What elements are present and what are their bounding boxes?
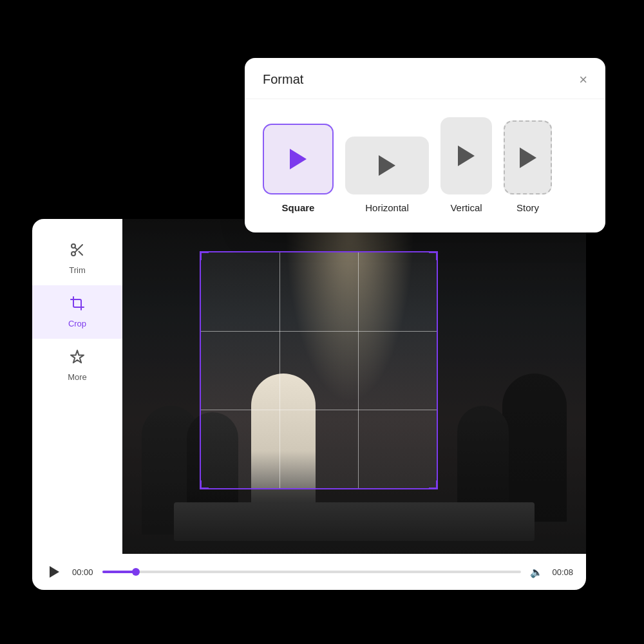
crop-box[interactable] [200, 251, 438, 489]
progress-fill [102, 571, 136, 573]
format-label-vertical: Vertical [450, 202, 482, 213]
crop-handle-bl[interactable] [200, 480, 209, 489]
play-icon-vertical [458, 146, 475, 166]
video-area [122, 219, 586, 554]
format-option-horizontal[interactable]: Horizontal [345, 137, 429, 213]
crop-overlay-bottom [122, 489, 586, 554]
format-close-button[interactable]: × [579, 73, 587, 87]
format-header: Format × [245, 58, 605, 99]
format-options: Square Horizontal Vertical [245, 99, 605, 213]
sidebar-item-crop-label: Crop [68, 319, 86, 328]
play-icon-square [290, 149, 307, 169]
current-time: 00:00 [72, 567, 93, 577]
progress-bar[interactable] [102, 571, 522, 573]
svg-line-3 [79, 251, 82, 255]
format-icon-box-square [263, 124, 334, 194]
format-option-square[interactable]: Square [263, 124, 334, 213]
svg-line-4 [75, 247, 77, 250]
play-icon [50, 566, 59, 578]
format-title: Format [263, 72, 303, 87]
crop-grid-h1 [201, 331, 437, 332]
crop-grid-h2 [201, 410, 437, 410]
crop-grid-v1 [279, 252, 280, 488]
video-controls: 00:00 🔈 00:08 [32, 554, 586, 590]
format-option-vertical[interactable]: Vertical [440, 117, 492, 213]
format-panel: Format × Square Horizontal [245, 58, 605, 232]
volume-icon[interactable]: 🔈 [530, 566, 543, 578]
format-icon-box-vertical [440, 117, 492, 194]
play-icon-story [520, 147, 536, 168]
scissors-icon [70, 242, 85, 261]
crop-handle-br[interactable] [429, 480, 438, 489]
video-editor: Trim Crop [32, 219, 586, 590]
editor-sidebar: Trim Crop [32, 219, 122, 554]
crop-handle-tr[interactable] [429, 251, 438, 260]
sidebar-item-trim[interactable]: Trim [32, 232, 122, 285]
sidebar-item-more-label: More [68, 372, 87, 382]
sidebar-item-trim-label: Trim [69, 265, 86, 275]
crop-icon [70, 296, 85, 315]
crop-overlay-right [438, 251, 586, 489]
format-icon-box-horizontal [345, 137, 429, 194]
sidebar-item-more[interactable]: More [32, 339, 122, 392]
end-time: 00:08 [552, 567, 573, 577]
sparkle-icon [70, 349, 85, 368]
format-label-horizontal: Horizontal [365, 202, 409, 213]
sidebar-item-crop[interactable]: Crop [32, 285, 122, 339]
crop-grid-v2 [358, 252, 359, 488]
format-icon-box-story [504, 120, 552, 194]
play-icon-horizontal [379, 155, 395, 176]
format-label-square: Square [282, 202, 315, 213]
format-option-story[interactable]: Story [504, 120, 552, 213]
format-label-story: Story [516, 202, 539, 213]
play-button[interactable] [45, 563, 63, 581]
crop-handle-tl[interactable] [200, 251, 209, 260]
crop-overlay-left [122, 251, 200, 489]
editor-body: Trim Crop [32, 219, 586, 554]
scene: Format × Square Horizontal [0, 0, 644, 644]
progress-thumb[interactable] [132, 568, 140, 576]
